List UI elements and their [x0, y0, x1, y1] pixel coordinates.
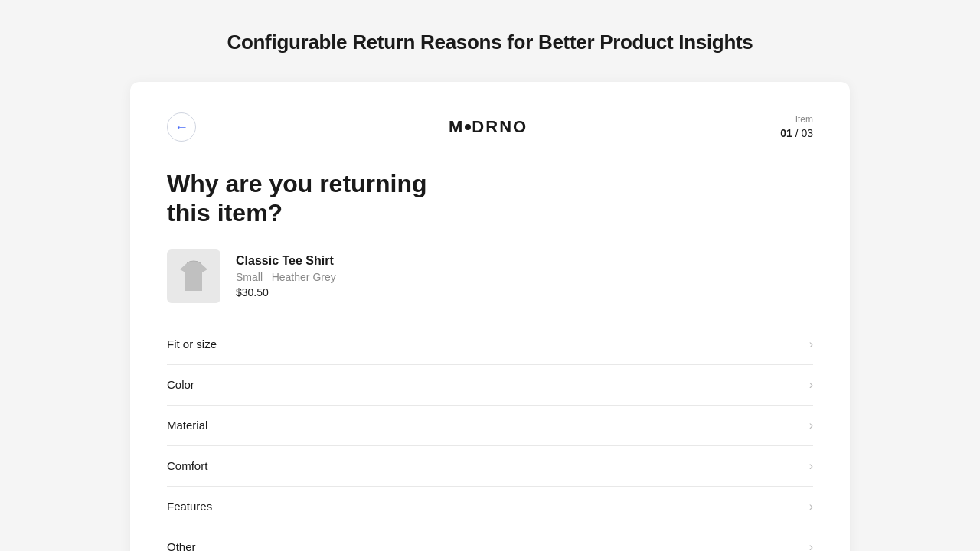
- back-button[interactable]: ←: [167, 112, 196, 142]
- return-title: Why are you returning this item?: [167, 169, 550, 228]
- reason-label: Comfort: [167, 459, 207, 472]
- item-separator: /: [795, 127, 799, 139]
- return-title-line2: this item?: [167, 199, 283, 227]
- brand-logo: MDRNO: [196, 117, 780, 137]
- card-header: ← MDRNO Item 01 / 03: [167, 112, 813, 142]
- item-counter: Item 01 / 03: [780, 113, 813, 141]
- reason-label: Color: [167, 378, 194, 391]
- item-current: 01: [780, 127, 792, 139]
- product-image: [167, 249, 220, 303]
- reason-label: Other: [167, 540, 196, 551]
- reason-label: Material: [167, 419, 207, 432]
- return-title-line1: Why are you returning: [167, 170, 427, 197]
- chevron-right-icon: ›: [809, 337, 813, 351]
- product-variant1: Small: [236, 271, 263, 283]
- chevron-right-icon: ›: [809, 419, 813, 432]
- chevron-right-icon: ›: [809, 540, 813, 551]
- product-variants: Small Heather Grey: [236, 271, 336, 283]
- chevron-right-icon: ›: [809, 459, 813, 473]
- reason-item[interactable]: Comfort ›: [167, 446, 813, 487]
- main-card: ← MDRNO Item 01 / 03 Why are you returni…: [130, 82, 850, 551]
- page-heading: Configurable Return Reasons for Better P…: [227, 31, 753, 54]
- item-total: 03: [801, 127, 813, 139]
- product-card: Classic Tee Shirt Small Heather Grey $30…: [167, 249, 813, 303]
- product-name: Classic Tee Shirt: [236, 254, 336, 268]
- reason-item[interactable]: Material ›: [167, 406, 813, 446]
- product-price: $30.50: [236, 286, 336, 298]
- reason-item[interactable]: Color ›: [167, 365, 813, 406]
- product-variant2: Heather Grey: [272, 271, 336, 283]
- item-label: Item: [780, 113, 813, 126]
- chevron-right-icon: ›: [809, 500, 813, 514]
- chevron-right-icon: ›: [809, 378, 813, 392]
- reason-label: Features: [167, 500, 212, 513]
- back-icon: ←: [175, 119, 188, 135]
- reason-item[interactable]: Features ›: [167, 487, 813, 527]
- reason-item[interactable]: Other ›: [167, 527, 813, 551]
- product-info: Classic Tee Shirt Small Heather Grey $30…: [236, 254, 336, 298]
- reason-label: Fit or size: [167, 337, 217, 350]
- reason-item[interactable]: Fit or size ›: [167, 324, 813, 365]
- reason-list: Fit or size › Color › Material › Comfort…: [167, 324, 813, 551]
